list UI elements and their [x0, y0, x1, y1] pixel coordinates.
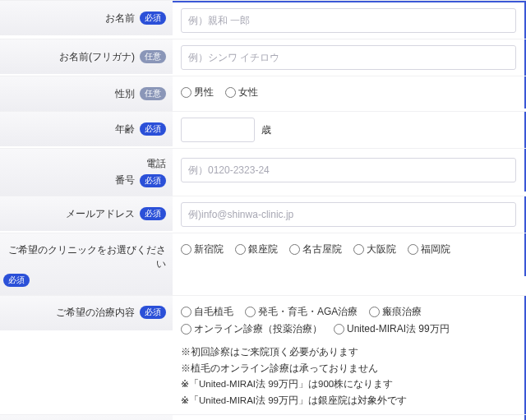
age-unit: 歳 [261, 123, 271, 137]
treatment-option[interactable]: 自毛植毛 [181, 305, 233, 319]
radio-input[interactable] [245, 307, 256, 317]
clinic-option[interactable]: 銀座院 [235, 242, 278, 256]
furigana-input[interactable] [181, 45, 516, 70]
radio-input[interactable] [369, 307, 380, 317]
clinic-option[interactable]: 名古屋院 [289, 242, 342, 256]
radio-label: オンライン診療（投薬治療） [194, 322, 322, 336]
radio-label: 名古屋院 [302, 242, 342, 256]
required-badge: 必須 [140, 174, 166, 187]
label-age: 年齢 必須 [0, 112, 173, 146]
note-line: ※「United-MIRAI法 99万円」は900株になります [181, 376, 516, 393]
field-datetime1: ご希望日時 第一希望 必須 時間を選択してください [0, 414, 526, 420]
required-badge: 必須 [3, 274, 30, 287]
label-treatment: ご希望の治療内容 必須 [0, 296, 173, 330]
treatment-notes: ※初回診察はご来院頂く必要があります ※植毛のオンライン診療は承っておりません … [181, 344, 516, 408]
clinic-option[interactable]: 新宿院 [181, 242, 224, 256]
required-badge: 必須 [140, 122, 166, 136]
label-text: お名前(フリガナ) [59, 50, 135, 64]
label-furigana: お名前(フリガナ) 任意 [0, 39, 173, 74]
clinic-option[interactable]: 大阪院 [353, 242, 396, 256]
treatment-option[interactable]: 瘢痕治療 [369, 305, 422, 319]
radio-input[interactable] [181, 324, 191, 335]
radio-input[interactable] [235, 244, 246, 255]
label-text: メールアドレス [66, 207, 135, 221]
radio-input[interactable] [353, 244, 364, 255]
gender-option-male[interactable]: 男性 [181, 85, 214, 99]
optional-badge: 任意 [140, 50, 166, 63]
label-text-l1: 電話 [146, 157, 166, 171]
radio-label: 発毛・育毛・AGA治療 [258, 305, 358, 319]
field-email: メールアドレス 必須 [0, 196, 526, 233]
reservation-form: お名前 必須 お名前(フリガナ) 任意 性別 任意 男性 [0, 0, 526, 420]
required-badge: 必須 [140, 207, 166, 220]
note-line: ※「United-MIRAI法 99万円」は銀座院は対象外です [181, 393, 516, 409]
label-text: 年齢 [115, 122, 135, 136]
radio-input[interactable] [181, 244, 191, 255]
note-line: ※初回診察はご来院頂く必要があります [181, 344, 516, 361]
radio-label: 女性 [238, 85, 258, 99]
label-clinic: ご希望のクリニックをお選びください 必須 [0, 233, 173, 295]
radio-label: 銀座院 [248, 242, 278, 256]
field-clinic: ご希望のクリニックをお選びください 必須 新宿院 銀座院 名古屋院 大阪院 福岡… [0, 233, 526, 295]
email-input[interactable] [181, 202, 516, 227]
required-badge: 必須 [140, 12, 166, 25]
label-text: ご希望の治療内容 [56, 306, 135, 320]
treatment-radio-group: 自毛植毛 発毛・育毛・AGA治療 瘢痕治療 オンライン診療（投薬治療） Unit… [181, 302, 516, 339]
field-age: 年齢 必須 歳 [0, 111, 526, 148]
treatment-option[interactable]: 発毛・育毛・AGA治療 [245, 305, 358, 319]
label-datetime1: ご希望日時 第一希望 必須 [0, 415, 173, 420]
clinic-option[interactable]: 福岡院 [408, 242, 450, 256]
field-treatment: ご希望の治療内容 必須 自毛植毛 発毛・育毛・AGA治療 瘢痕治療 オンライン診… [0, 295, 526, 414]
radio-input[interactable] [289, 244, 300, 255]
radio-label: 福岡院 [421, 242, 450, 256]
gender-option-female[interactable]: 女性 [225, 85, 258, 99]
label-email: メールアドレス 必須 [0, 196, 173, 231]
label-text-l2: 番号 [115, 173, 135, 187]
label-phone: 電話 番号 必須 [0, 149, 173, 196]
radio-input[interactable] [334, 324, 344, 335]
field-name: お名前 必須 [0, 0, 526, 39]
label-text: 性別 [115, 87, 135, 101]
treatment-option[interactable]: オンライン診療（投薬治療） [181, 322, 322, 336]
radio-input[interactable] [181, 307, 191, 317]
label-name: お名前 必須 [0, 1, 173, 35]
radio-label: 新宿院 [194, 242, 224, 256]
label-text: ご希望のクリニックをお選びください [3, 243, 166, 271]
radio-input[interactable] [225, 87, 236, 98]
required-badge: 必須 [140, 306, 166, 319]
age-input[interactable] [181, 118, 255, 142]
radio-label: 男性 [194, 85, 214, 99]
optional-badge: 任意 [140, 87, 166, 100]
label-gender: 性別 任意 [0, 76, 173, 111]
radio-input[interactable] [408, 244, 418, 255]
radio-label: 瘢痕治療 [382, 305, 422, 319]
field-gender: 性別 任意 男性 女性 [0, 76, 526, 111]
gender-radio-group: 男性 女性 [181, 82, 516, 103]
radio-label: 自毛植毛 [194, 305, 233, 319]
phone-input[interactable] [181, 158, 516, 182]
note-line: ※植毛のオンライン診療は承っておりません [181, 361, 516, 377]
radio-input[interactable] [181, 87, 191, 98]
clinic-radio-group: 新宿院 銀座院 名古屋院 大阪院 福岡院 [181, 239, 516, 260]
name-input[interactable] [181, 8, 516, 33]
field-furigana: お名前(フリガナ) 任意 [0, 39, 526, 76]
radio-label: United-MIRAI法 99万円 [347, 322, 450, 336]
field-phone: 電話 番号 必須 [0, 148, 526, 196]
treatment-option[interactable]: United-MIRAI法 99万円 [334, 322, 450, 336]
radio-label: 大阪院 [367, 242, 396, 256]
label-text: お名前 [105, 12, 135, 25]
